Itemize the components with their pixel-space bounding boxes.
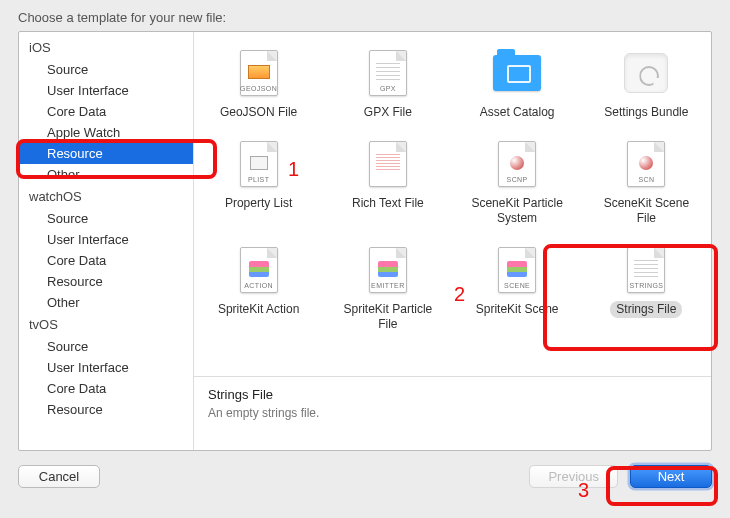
- sidebar-category[interactable]: Resource: [19, 271, 193, 292]
- sidebar-platform: iOS: [19, 36, 193, 59]
- sidebar-category[interactable]: Source: [19, 336, 193, 357]
- template-label: SpriteKit Particle File: [330, 301, 446, 333]
- template-icon: SCENE: [459, 243, 575, 297]
- template-icon: GEOJSON: [201, 46, 317, 100]
- folder-icon: [493, 55, 541, 91]
- template-tile[interactable]: SCENESpriteKit Scene: [457, 239, 577, 337]
- document-icon: PLIST: [240, 141, 278, 187]
- previous-button[interactable]: Previous: [529, 465, 618, 488]
- template-icon: [330, 137, 446, 191]
- dialog-body: iOSSourceUser InterfaceCore DataApple Wa…: [18, 31, 712, 451]
- document-icon: SCENE: [498, 247, 536, 293]
- sidebar-category[interactable]: Resource: [19, 399, 193, 420]
- sidebar-category[interactable]: User Interface: [19, 229, 193, 250]
- dialog-title: Choose a template for your new file:: [0, 0, 730, 31]
- document-icon: STRINGS: [627, 247, 665, 293]
- description-subtitle: An empty strings file.: [208, 406, 697, 420]
- template-icon: EMITTER: [330, 243, 446, 297]
- template-label: Asset Catalog: [474, 104, 561, 121]
- document-icon: [369, 141, 407, 187]
- template-icon: GPX: [330, 46, 446, 100]
- sidebar-category[interactable]: Core Data: [19, 378, 193, 399]
- document-icon: GPX: [369, 50, 407, 96]
- template-label: SpriteKit Scene: [470, 301, 565, 318]
- bundle-icon: [624, 53, 668, 93]
- template-tile[interactable]: PLISTProperty List: [199, 133, 319, 231]
- document-icon: SCNP: [498, 141, 536, 187]
- sidebar-category[interactable]: Core Data: [19, 250, 193, 271]
- template-label: SceneKit Particle System: [459, 195, 575, 227]
- template-icon: [459, 46, 575, 100]
- template-tile[interactable]: EMITTERSpriteKit Particle File: [328, 239, 448, 337]
- sidebar-category[interactable]: Other: [19, 164, 193, 185]
- document-icon: EMITTER: [369, 247, 407, 293]
- document-icon: ACTION: [240, 247, 278, 293]
- sidebar-category[interactable]: Apple Watch: [19, 122, 193, 143]
- cancel-button[interactable]: Cancel: [18, 465, 100, 488]
- template-label: Rich Text File: [346, 195, 430, 212]
- sidebar-category[interactable]: Source: [19, 208, 193, 229]
- template-icon: SCNP: [459, 137, 575, 191]
- template-label: SpriteKit Action: [212, 301, 305, 318]
- sidebar-category[interactable]: Source: [19, 59, 193, 80]
- template-label: Settings Bundle: [598, 104, 694, 121]
- description-panel: Strings File An empty strings file.: [194, 376, 711, 450]
- template-label: GeoJSON File: [214, 104, 303, 121]
- description-title: Strings File: [208, 387, 697, 402]
- template-icon: [588, 46, 704, 100]
- template-icon: ACTION: [201, 243, 317, 297]
- template-label: Property List: [219, 195, 298, 212]
- template-tile[interactable]: SCNPSceneKit Particle System: [457, 133, 577, 231]
- template-tile[interactable]: Asset Catalog: [457, 42, 577, 125]
- template-tile[interactable]: ACTIONSpriteKit Action: [199, 239, 319, 337]
- sidebar-category[interactable]: Core Data: [19, 101, 193, 122]
- template-grid: GEOJSONGeoJSON FileGPXGPX FileAsset Cata…: [194, 32, 711, 376]
- next-button[interactable]: Next: [630, 465, 712, 488]
- template-icon: STRINGS: [588, 243, 704, 297]
- template-icon: SCN: [588, 137, 704, 191]
- template-tile[interactable]: Rich Text File: [328, 133, 448, 231]
- template-tile[interactable]: Settings Bundle: [586, 42, 706, 125]
- template-label: Strings File: [610, 301, 682, 318]
- sidebar-category[interactable]: User Interface: [19, 80, 193, 101]
- sidebar-category[interactable]: Resource: [19, 143, 193, 164]
- template-tile[interactable]: GPXGPX File: [328, 42, 448, 125]
- sidebar-platform: tvOS: [19, 313, 193, 336]
- template-tile[interactable]: STRINGSStrings File: [586, 239, 706, 337]
- sidebar-platform: watchOS: [19, 185, 193, 208]
- document-icon: GEOJSON: [240, 50, 278, 96]
- sidebar-category[interactable]: Other: [19, 292, 193, 313]
- template-label: GPX File: [358, 104, 418, 121]
- template-tile[interactable]: SCNSceneKit Scene File: [586, 133, 706, 231]
- sidebar-category[interactable]: User Interface: [19, 357, 193, 378]
- template-tile[interactable]: GEOJSONGeoJSON File: [199, 42, 319, 125]
- template-icon: PLIST: [201, 137, 317, 191]
- dialog-footer: Cancel Previous Next: [0, 451, 730, 488]
- content-pane: GEOJSONGeoJSON FileGPXGPX FileAsset Cata…: [194, 32, 711, 450]
- document-icon: SCN: [627, 141, 665, 187]
- template-label: SceneKit Scene File: [588, 195, 704, 227]
- sidebar: iOSSourceUser InterfaceCore DataApple Wa…: [19, 32, 194, 450]
